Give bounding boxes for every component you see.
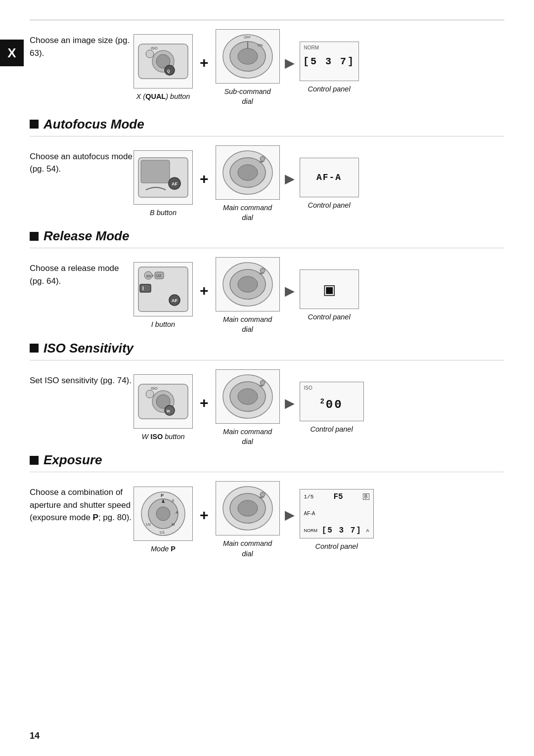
svg-text:Q: Q	[167, 69, 170, 73]
mode-p-label: Mode P	[151, 544, 176, 554]
iso-content: Set ISO sensitivity (pg. 74). ISO W W IS…	[30, 369, 504, 447]
main-command-dial-label-iso: Main commanddial	[223, 427, 272, 447]
svg-text:OFF: OFF	[244, 36, 251, 39]
plus-sign-2: +	[200, 171, 209, 197]
autofocus-description: Choose an autofocus mode(pg. 54).	[30, 145, 134, 176]
iso-diagram: ISO W W ISO button + AF	[134, 369, 504, 447]
image-size-content: Choose an image size (pg. 63). ISO	[30, 29, 504, 107]
control-panel-item-iso: ISO 200 Control panel	[300, 382, 364, 434]
release-section: Release Mode Choose a release mode(pg. 6…	[30, 228, 504, 335]
svg-rect-29	[140, 284, 151, 292]
exposure-content: Choose a combination of aperture and shu…	[30, 481, 504, 559]
cp-mode-exp: B	[363, 493, 369, 500]
control-panel-text-af: AF-A	[316, 173, 342, 182]
exposure-diagram: P S A M U1 U2 Mode P +	[134, 481, 504, 559]
sub-command-dial-illustration: OFF ON	[216, 29, 280, 84]
svg-text:BKT: BKT	[146, 274, 154, 278]
af-button-label: B button	[150, 208, 177, 218]
i-button-item: BKT U2 AF I I button	[134, 262, 193, 329]
svg-text:M: M	[172, 522, 175, 527]
image-size-section: Choose an image size (pg. 63). ISO	[30, 20, 504, 107]
release-description: Choose a release mode(pg. 64).	[30, 257, 134, 287]
autofocus-header: Autofocus Mode	[30, 117, 504, 132]
main-command-dial-item-iso: AF Main commanddial	[216, 369, 280, 447]
main-command-dial-rel: AF	[216, 257, 280, 311]
svg-text:ISO: ISO	[151, 46, 158, 50]
af-button-illustration: AF	[134, 150, 193, 205]
af-button-item: AF B button	[134, 150, 193, 218]
i-button-label: I button	[151, 319, 175, 329]
image-size-description: Choose an image size (pg. 63).	[30, 29, 134, 59]
iso-button-illustration: ISO W	[134, 374, 193, 429]
svg-text:U2: U2	[156, 273, 162, 278]
control-panel-text-iso: 200	[320, 398, 343, 411]
svg-text:I: I	[142, 286, 144, 291]
iso-description: Set ISO sensitivity (pg. 74).	[30, 369, 134, 387]
svg-point-35	[260, 268, 265, 273]
control-panel-label-rel: Control panel	[308, 312, 350, 322]
svg-point-45	[238, 389, 258, 404]
sub-command-dial-item: OFF ON Sub-commanddial	[216, 29, 280, 107]
iso-header: ISO Sensitivity	[30, 341, 504, 356]
svg-point-33	[238, 276, 258, 292]
plus-sign-4: +	[200, 395, 209, 421]
svg-point-21	[260, 156, 265, 161]
svg-text:ON: ON	[258, 44, 263, 47]
x-tab: X	[0, 40, 24, 66]
iso-section: ISO Sensitivity Set ISO sensitivity (pg.…	[30, 341, 504, 447]
iso-button-item: ISO W W ISO button	[134, 374, 193, 442]
svg-point-9	[238, 48, 258, 64]
release-diagram: BKT U2 AF I I button +	[134, 257, 504, 335]
plus-sign-5: +	[200, 507, 209, 534]
plus-sign-1: +	[200, 54, 209, 81]
svg-text:W: W	[167, 409, 170, 413]
exposure-title: Exposure	[44, 452, 102, 468]
arrow-4: ▶	[285, 396, 295, 421]
qual-button-illustration: ISO Q	[134, 34, 193, 89]
exposure-description: Choose a combination of aperture and shu…	[30, 481, 134, 524]
main-command-dial-label-exp: Main commanddial	[223, 538, 272, 559]
control-panel-item-1: NORM [5 3 7] Control panel	[300, 42, 359, 94]
arrow-1: ▶	[285, 55, 295, 81]
svg-point-40	[146, 390, 154, 398]
mode-p-illustration: P S A M U1 U2	[134, 487, 193, 541]
svg-point-60	[238, 500, 258, 516]
release-header: Release Mode	[30, 228, 504, 244]
main-command-dial-label-rel: Main commanddial	[223, 314, 272, 335]
page-number: 14	[30, 731, 40, 741]
svg-text:U1: U1	[160, 530, 165, 534]
svg-text:U2: U2	[146, 522, 151, 527]
main-command-dial-item-rel: AF Main commanddial	[216, 257, 280, 335]
image-size-button-item: ISO Q X (QUAL) button	[134, 34, 193, 101]
control-panel-label-af: Control panel	[308, 200, 350, 210]
exposure-header: Exposure	[30, 452, 504, 468]
control-panel-item-rel: ▣ Control panel	[300, 269, 359, 322]
arrow-5: ▶	[285, 507, 295, 533]
qual-button-label: X (QUAL) button	[136, 91, 190, 101]
autofocus-icon	[30, 120, 39, 129]
iso-button-label: W ISO button	[141, 432, 184, 442]
svg-point-50	[156, 507, 170, 521]
main-command-dial-label-af: Main commanddial	[223, 203, 272, 223]
svg-point-4	[146, 50, 154, 58]
plus-sign-3: +	[200, 282, 209, 309]
i-button-illustration: BKT U2 AF I	[134, 262, 193, 316]
svg-point-47	[260, 380, 265, 385]
mode-p-item: P S A M U1 U2 Mode P	[134, 487, 193, 554]
cp-a-exp: A	[366, 528, 369, 533]
control-panel-item-af: AF-A Control panel	[300, 158, 359, 210]
exposure-icon	[30, 456, 39, 465]
main-command-dial-af: AF	[216, 145, 280, 200]
control-panel-item-exp: 1/5 F5 B AF-A NORM [5 3 7] A Control pan…	[300, 489, 374, 551]
cp-537-exp: [5 3 7]	[322, 526, 362, 535]
autofocus-content: Choose an autofocus mode(pg. 54). AF	[30, 145, 504, 223]
release-title: Release Mode	[44, 228, 129, 244]
svg-text:AF: AF	[172, 298, 178, 303]
svg-rect-14	[141, 160, 170, 183]
x-tab-label: X	[7, 45, 16, 61]
main-command-dial-item-exp: AF Main commanddial	[216, 481, 280, 559]
control-panel-label-iso: Control panel	[310, 424, 353, 434]
svg-text:ISO: ISO	[151, 386, 158, 391]
arrow-2: ▶	[285, 171, 295, 196]
arrow-3: ▶	[285, 283, 295, 309]
